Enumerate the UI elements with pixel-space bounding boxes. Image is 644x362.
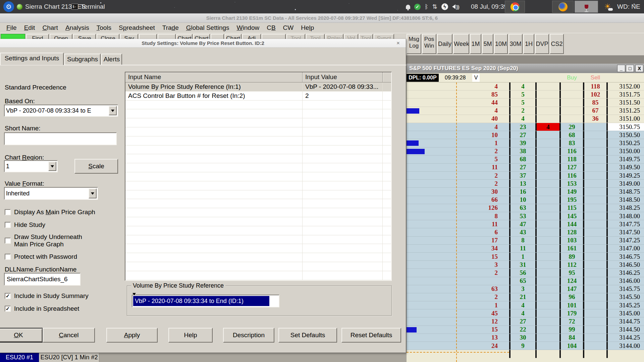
recent-volume-cell[interactable]: 3 bbox=[407, 261, 509, 268]
sell-depth-cell[interactable] bbox=[584, 164, 606, 171]
last-trade-cell[interactable] bbox=[537, 82, 559, 90]
chart-region-combo[interactable]: 1 bbox=[4, 160, 58, 172]
sell-depth-cell[interactable] bbox=[584, 196, 606, 204]
help-button[interactable]: Help bbox=[168, 328, 213, 343]
last-trade-cell[interactable] bbox=[537, 220, 559, 228]
menu-edit[interactable]: Edit bbox=[20, 23, 39, 33]
buy-depth-cell[interactable]: 147 bbox=[561, 285, 583, 293]
recent-volume-cell[interactable]: 4 bbox=[407, 107, 509, 115]
bid-pulling-cell[interactable]: 9 bbox=[511, 342, 535, 350]
buy-depth-cell[interactable]: 101 bbox=[561, 301, 583, 309]
sell-depth-cell[interactable] bbox=[584, 172, 606, 179]
price-cell[interactable]: 3149.50 bbox=[608, 164, 644, 171]
last-trade-cell[interactable] bbox=[537, 277, 559, 285]
input-table-row[interactable] bbox=[125, 101, 391, 110]
recent-volume-cell[interactable]: 15 bbox=[407, 326, 509, 334]
scale-button[interactable]: Scale bbox=[74, 159, 118, 174]
recent-volume-cell[interactable]: 10 bbox=[407, 131, 509, 139]
input-table-row[interactable] bbox=[125, 118, 391, 127]
input-table-row[interactable] bbox=[125, 253, 391, 262]
price-cell[interactable]: 3151.50 bbox=[608, 99, 644, 106]
last-trade-cell[interactable] bbox=[537, 164, 559, 171]
weather-widget[interactable]: ☀ bbox=[600, 1, 614, 13]
input-table-row[interactable] bbox=[125, 262, 391, 271]
dom-row-3144.75[interactable]: 1227723144.75 bbox=[407, 317, 644, 325]
volume-icon[interactable]: ))) bbox=[452, 4, 459, 10]
buy-depth-cell[interactable]: 116 bbox=[561, 147, 583, 155]
bid-pulling-cell[interactable]: 68 bbox=[511, 156, 535, 163]
last-trade-cell[interactable] bbox=[537, 156, 559, 163]
bid-pulling-cell[interactable]: 31 bbox=[511, 261, 535, 268]
buy-depth-cell[interactable] bbox=[561, 90, 583, 98]
buy-depth-cell[interactable] bbox=[561, 82, 583, 90]
price-cell[interactable]: 3147.75 bbox=[608, 220, 644, 228]
input-table-row[interactable] bbox=[125, 208, 391, 217]
dom-row-3146.00[interactable]: 651243146.00 bbox=[407, 277, 644, 285]
dom-row-3146.25[interactable]: 256953146.25 bbox=[407, 269, 644, 277]
bid-pulling-cell[interactable]: 30 bbox=[511, 334, 535, 342]
buy-depth-cell[interactable] bbox=[561, 115, 583, 123]
close-icon[interactable]: × bbox=[394, 39, 402, 48]
price-cell[interactable]: 3148.75 bbox=[608, 188, 644, 195]
price-cell[interactable]: 3146.00 bbox=[608, 277, 644, 285]
last-trade-cell[interactable] bbox=[537, 237, 559, 244]
sell-depth-cell[interactable]: 102 bbox=[584, 90, 606, 98]
recent-volume-cell[interactable]: 24 bbox=[407, 342, 509, 350]
last-trade-cell[interactable] bbox=[537, 326, 559, 334]
input-table-row[interactable] bbox=[125, 109, 391, 118]
buy-depth-cell[interactable] bbox=[561, 99, 583, 106]
sell-depth-cell[interactable] bbox=[584, 317, 606, 325]
price-cell[interactable]: 3150.75 bbox=[608, 123, 644, 131]
last-trade-cell[interactable] bbox=[537, 107, 559, 115]
toolbar-button-msg-log[interactable]: MsgLog bbox=[407, 34, 421, 54]
dom-row-3144.25[interactable]: 1330843144.25 bbox=[407, 334, 644, 342]
price-cell[interactable]: 3149.00 bbox=[608, 180, 644, 187]
price-cell[interactable]: 3145.75 bbox=[608, 285, 644, 293]
dom-row-3147.00[interactable]: 34111613147.00 bbox=[407, 245, 644, 253]
buy-depth-cell[interactable]: 103 bbox=[561, 237, 583, 244]
dom-row-3148.50[interactable]: 66101953148.50 bbox=[407, 196, 644, 204]
buy-depth-cell[interactable]: 145 bbox=[561, 212, 583, 220]
buy-depth-cell[interactable]: 195 bbox=[561, 196, 583, 204]
sell-depth-cell[interactable] bbox=[584, 309, 606, 317]
price-cell[interactable]: 3148.50 bbox=[608, 196, 644, 204]
input-table-row[interactable] bbox=[125, 145, 391, 155]
dom-row-3147.50[interactable]: 6431283147.50 bbox=[407, 228, 644, 236]
menu-tools[interactable]: Tools bbox=[93, 23, 115, 33]
buy-depth-cell[interactable]: 99 bbox=[561, 326, 583, 334]
last-trade-cell[interactable] bbox=[537, 228, 559, 236]
taskbar-app-terminal[interactable]: $- Terminal bbox=[71, 0, 105, 13]
check-icon[interactable]: ✓ bbox=[414, 4, 421, 10]
sell-depth-cell[interactable] bbox=[584, 212, 606, 220]
last-trade-cell[interactable] bbox=[537, 131, 559, 139]
bid-pulling-cell[interactable]: 65 bbox=[511, 277, 535, 285]
input-table-row[interactable]: Volume By Price Study Reference (In:1)Vb… bbox=[125, 82, 391, 92]
checkbox[interactable]: ✓ bbox=[5, 293, 11, 299]
last-trade-cell[interactable] bbox=[537, 309, 559, 317]
price-cell[interactable]: 3144.00 bbox=[608, 342, 644, 350]
bid-pulling-cell[interactable]: 1 bbox=[511, 253, 535, 260]
price-cell[interactable]: 3145.00 bbox=[608, 309, 644, 317]
dom-row-3144.00[interactable]: 2491043144.00 bbox=[407, 342, 644, 350]
apply-button[interactable]: Apply bbox=[106, 328, 158, 343]
menu-spreadsheet[interactable]: Spreadsheet bbox=[115, 23, 159, 33]
menu-window[interactable]: Window bbox=[233, 23, 263, 33]
close-icon[interactable]: X bbox=[635, 65, 643, 72]
last-trade-cell[interactable] bbox=[537, 115, 559, 123]
input-table-row[interactable] bbox=[125, 181, 391, 190]
last-trade-cell[interactable] bbox=[537, 334, 559, 342]
last-trade-cell[interactable] bbox=[537, 253, 559, 260]
dom-row-3149.00[interactable]: 2131533149.00 bbox=[407, 180, 644, 188]
checkbox[interactable] bbox=[5, 254, 11, 260]
sell-depth-cell[interactable] bbox=[584, 261, 606, 268]
price-cell[interactable]: 3151.75 bbox=[608, 90, 644, 98]
dom-row-3149.25[interactable]: 2371163149.25 bbox=[407, 172, 644, 180]
last-trade-cell[interactable] bbox=[537, 90, 559, 98]
sell-depth-cell[interactable] bbox=[584, 156, 606, 163]
chevron-down-icon[interactable] bbox=[109, 106, 117, 115]
price-cell[interactable]: 3144.25 bbox=[608, 334, 644, 342]
dom-row-3151.25[interactable]: 42673151.25 bbox=[407, 107, 644, 115]
input-table-row[interactable] bbox=[125, 163, 391, 172]
dialog-titlebar[interactable]: Study Settings: Volume By Price Reset Bu… bbox=[0, 39, 406, 48]
recent-volume-cell[interactable]: 1 bbox=[407, 301, 509, 309]
